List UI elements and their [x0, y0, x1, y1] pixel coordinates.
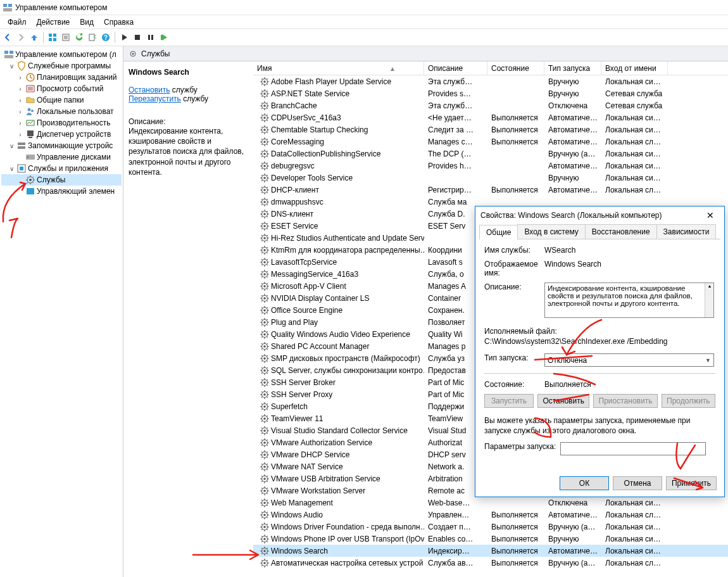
menu-action[interactable]: Действие	[32, 16, 75, 28]
gear-icon	[260, 257, 270, 267]
service-row[interactable]: Windows AudioУправлен…ВыполняетсяАвтомат…	[253, 509, 728, 521]
help-icon[interactable]: ?	[99, 31, 112, 44]
service-row[interactable]: Adobe Flash Player Update ServiceЭта слу…	[253, 75, 728, 87]
toolbar: ?	[0, 29, 728, 46]
gear-icon	[260, 558, 270, 568]
gear-icon	[260, 281, 270, 291]
close-icon[interactable]: ✕	[701, 209, 719, 222]
apply-button[interactable]: Применить	[666, 476, 717, 490]
stop-link[interactable]: Остановить	[129, 86, 170, 94]
menu-help[interactable]: Справка	[99, 16, 139, 28]
gear-icon	[260, 173, 270, 183]
tree-sys-0[interactable]: ›Планировщик заданий	[1, 72, 122, 83]
gear-icon	[260, 426, 270, 436]
service-detail-pane: Windows Search Остановить службу Перезап…	[123, 61, 253, 577]
tree-systools[interactable]: ∨ Служебные программы	[1, 60, 122, 72]
description-box[interactable]: Индексирование контента, кэширование сво…	[544, 282, 714, 318]
back-icon[interactable]	[1, 31, 14, 44]
tab-logon[interactable]: Вход в систему	[517, 224, 585, 239]
svg-rect-20	[4, 55, 13, 58]
svg-point-75	[263, 273, 266, 276]
service-row[interactable]: Windows SearchИндексир…ВыполняетсяАвтома…	[253, 545, 728, 557]
service-row[interactable]: CoreMessagingManages c…ВыполняетсяАвтома…	[253, 136, 728, 148]
svg-point-109	[263, 478, 266, 480]
startup-type-combo[interactable]: Отключена▼	[544, 353, 714, 367]
tree-sys-3[interactable]: ›Локальные пользоват	[1, 106, 122, 117]
forward-icon[interactable]	[15, 31, 27, 44]
tab-recovery[interactable]: Восстановление	[585, 224, 657, 239]
svg-rect-32	[18, 146, 25, 149]
gear-icon	[260, 377, 270, 388]
restart-link[interactable]: Перезапустить	[129, 94, 181, 103]
gear-icon	[260, 161, 270, 171]
pause-icon[interactable]	[144, 31, 157, 44]
gear-icon	[260, 402, 270, 412]
svg-rect-15	[148, 35, 150, 40]
menu-file[interactable]: Файл	[3, 16, 32, 28]
up-icon[interactable]	[28, 31, 41, 44]
svg-point-69	[263, 237, 266, 239]
stop-button[interactable]: Остановить	[537, 394, 589, 408]
start-params-input[interactable]	[560, 442, 706, 455]
tree-root[interactable]: Управление компьютером (л	[1, 49, 122, 60]
col-state[interactable]: Состояние	[487, 61, 544, 75]
gear-icon	[260, 474, 270, 484]
col-logon[interactable]: Вход от имени	[601, 61, 668, 75]
svg-point-55	[263, 153, 266, 155]
svg-point-95	[263, 393, 266, 396]
restart-icon[interactable]	[158, 31, 170, 44]
tab-general[interactable]: Общие	[479, 225, 518, 239]
service-row[interactable]: Developer Tools ServiceВручнуюЛокальная …	[253, 172, 728, 184]
tab-deps[interactable]: Зависимости	[656, 224, 717, 239]
export-icon[interactable]	[86, 31, 99, 44]
svg-point-123	[263, 562, 266, 564]
cancel-button[interactable]: Отмена	[613, 476, 662, 490]
svg-rect-6	[53, 38, 56, 41]
gear-icon	[260, 245, 270, 255]
resume-button[interactable]: Продолжить	[662, 394, 715, 408]
service-row[interactable]: Автоматическая настройка сетевых устрой……	[253, 557, 728, 569]
play-icon[interactable]	[118, 31, 130, 44]
service-row[interactable]: Web ManagementWeb-base…ОтключенаЛокальна…	[253, 497, 728, 509]
exe-label: Исполняемый файл:	[484, 327, 715, 336]
col-start[interactable]: Тип запуска	[544, 61, 601, 75]
svg-rect-2	[3, 8, 12, 11]
tree-sys-4[interactable]: ›Производительность	[1, 117, 122, 129]
stop-icon[interactable]	[131, 31, 144, 44]
col-desc[interactable]: Описание	[424, 61, 487, 75]
pause-button[interactable]: Приостановить	[593, 394, 657, 408]
service-row[interactable]: CDPUserSvc_416a3<Не удает…ВыполняетсяАвт…	[253, 111, 728, 124]
menu-view[interactable]: Вид	[75, 16, 99, 28]
exe-path: C:\Windows\system32\SearchIndexer.exe /E…	[484, 337, 715, 346]
tree-sys-2[interactable]: ›Общие папки	[1, 94, 122, 106]
views-icon[interactable]	[46, 31, 59, 44]
tree-storage[interactable]: ∨ Запоминающие устройс	[1, 140, 122, 151]
svg-point-89	[263, 357, 266, 360]
service-row[interactable]: BranchCacheЭта служб…ОтключенаСетевая сл…	[253, 99, 728, 111]
tree-disk-mgmt[interactable]: Управление дисками	[1, 151, 122, 163]
service-row[interactable]: debugregsvcProvides h…Автоматиче…Локальн…	[253, 160, 728, 172]
col-name[interactable]: Имя▴	[253, 61, 424, 75]
tree-view[interactable]: Управление компьютером (л ∨ Служебные пр…	[0, 46, 123, 577]
tree-services-apps[interactable]: ∨ Службы и приложения	[1, 163, 122, 174]
tree-sys-1[interactable]: ›Просмотр событий	[1, 83, 122, 94]
service-row[interactable]: DataCollectionPublishingServiceThe DCP (…	[253, 148, 728, 160]
service-row[interactable]: Chemtable Startup CheckingСледит за …Вып…	[253, 124, 728, 136]
tree-services[interactable]: Службы	[1, 174, 122, 186]
svg-point-115	[263, 514, 266, 516]
column-headers[interactable]: Имя▴ Описание Состояние Тип запуска Вход…	[253, 61, 728, 75]
service-row[interactable]: Windows Driver Foundation - среда выполн…	[253, 521, 728, 533]
svg-text:?: ?	[104, 34, 108, 41]
service-name-value: WSearch	[544, 246, 715, 255]
ok-button[interactable]: ОК	[560, 476, 609, 490]
gear-icon	[260, 101, 270, 111]
tree-wmi[interactable]: Управляющий элемен	[1, 186, 122, 197]
service-row[interactable]: ASP.NET State ServiceProvides s…ВручнуюС…	[253, 87, 728, 99]
service-row[interactable]: DHCP-клиентРегистрир…ВыполняетсяАвтомати…	[253, 184, 728, 196]
service-row[interactable]: Windows Phone IP over USB Transport (IpO…	[253, 533, 728, 545]
tree-sys-5[interactable]: ›Диспетчер устройств	[1, 129, 122, 140]
start-button[interactable]: Запустить	[484, 394, 534, 408]
svg-point-34	[27, 156, 28, 158]
refresh-icon[interactable]	[73, 31, 85, 44]
properties-icon[interactable]	[60, 31, 72, 44]
